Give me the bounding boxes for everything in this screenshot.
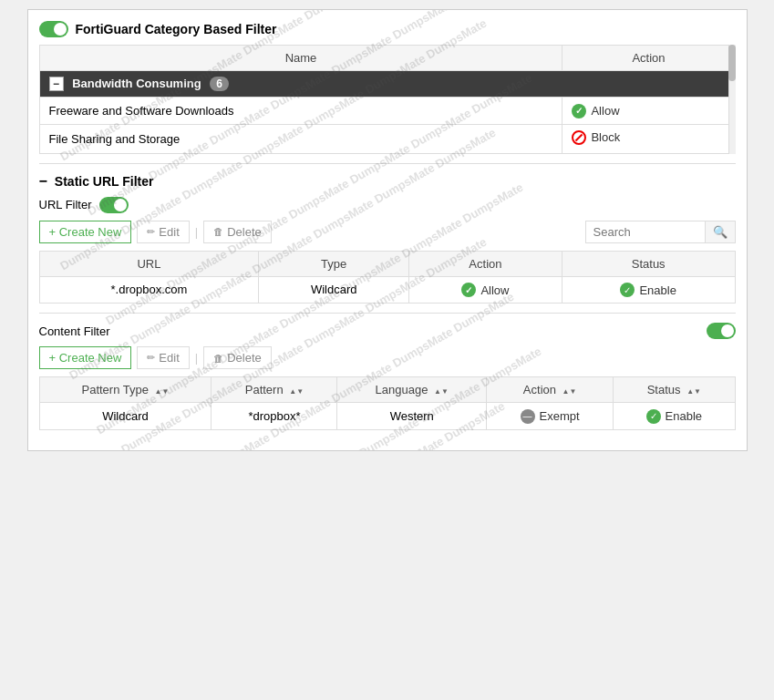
content-filter-toolbar: + Create New ✏ Edit | 🗑 Delete: [39, 346, 736, 369]
content-edit-button[interactable]: ✏ Edit: [137, 346, 189, 369]
content-create-new-button[interactable]: + Create New: [39, 346, 132, 369]
create-new-button[interactable]: + Create New: [39, 221, 132, 243]
cf-enable-icon: ✓: [646, 409, 661, 424]
search-box: 🔍: [585, 221, 736, 243]
delete-button[interactable]: 🗑 Delete: [203, 221, 272, 243]
cf-language: Western: [337, 403, 487, 430]
url-col-action: Action: [408, 251, 562, 276]
url-col-url: URL: [39, 251, 259, 276]
content-filter-toggle[interactable]: [707, 323, 736, 339]
col-action: Action: [562, 46, 735, 71]
sort-icon-language[interactable]: ▲▼: [434, 388, 449, 396]
static-url-title: Static URL Filter: [55, 174, 154, 189]
url-filter-row: URL Filter: [39, 197, 736, 213]
block-circle: [572, 130, 586, 145]
sort-icon-pattern-type[interactable]: ▲▼: [155, 388, 170, 396]
cf-enable-status: ✓ Enable: [646, 409, 702, 424]
static-url-collapse-icon[interactable]: −: [39, 173, 47, 190]
toolbar-divider-1: |: [195, 225, 198, 239]
scrollbar-thumb[interactable]: [728, 45, 736, 81]
edit-button[interactable]: ✏ Edit: [137, 221, 189, 243]
content-delete-icon: 🗑: [213, 353, 223, 364]
allow-checkmark: ✓: [572, 104, 586, 118]
scrollbar-track[interactable]: [728, 45, 736, 154]
content-delete-label: Delete: [227, 351, 262, 365]
action-allow-icon: ✓ Allow: [572, 104, 619, 118]
table-row[interactable]: Wildcard *dropbox* Western — Exempt ✓ En…: [39, 403, 735, 430]
fortiguard-table: Name Action − Bandwidth Consuming 6 Free…: [39, 45, 736, 154]
url-status: ✓ Enable: [562, 276, 735, 304]
sort-icon-action[interactable]: ▲▼: [562, 388, 577, 396]
delete-trash-icon: 🗑: [213, 226, 223, 237]
row-name-freeware: Freeware and Software Downloads: [39, 98, 562, 125]
cf-col-status: Status ▲▼: [614, 377, 735, 403]
url-value: *.dropbox.com: [39, 276, 259, 304]
cf-col-action: Action ▲▼: [487, 377, 614, 403]
category-bandwidth[interactable]: − Bandwidth Consuming 6: [39, 71, 735, 98]
section-divider-1: [39, 163, 736, 164]
url-action-allow: ✓ Allow: [461, 283, 509, 297]
sort-icon-status[interactable]: ▲▼: [686, 388, 701, 396]
table-row[interactable]: *.dropbox.com Wildcard ✓ Allow ✓ Enable: [39, 276, 735, 304]
cf-action-exempt: — Exempt: [521, 409, 580, 424]
edit-pencil-icon: ✏: [147, 226, 155, 238]
url-action: ✓ Allow: [408, 276, 562, 304]
content-toolbar-divider: |: [195, 351, 198, 365]
cf-pattern-type: Wildcard: [39, 403, 212, 430]
edit-label: Edit: [159, 225, 179, 239]
url-filter-toggle[interactable]: [99, 197, 129, 213]
cf-pattern: *dropbox*: [212, 403, 337, 430]
section-divider-2: [39, 313, 736, 314]
url-filter-toolbar: + Create New ✏ Edit | 🗑 Delete 🔍: [39, 221, 736, 243]
content-filter-table: Pattern Type ▲▼ Pattern ▲▼ Language ▲▼ A…: [39, 376, 736, 430]
col-name: Name: [39, 46, 562, 71]
search-button[interactable]: 🔍: [705, 221, 735, 242]
url-col-status: Status: [562, 251, 735, 276]
category-bandwidth-label: Bandwidth Consuming: [72, 77, 201, 90]
url-filter-table: URL Type Action Status *.dropbox.com Wil…: [39, 251, 736, 304]
category-bandwidth-cell: − Bandwidth Consuming 6: [39, 71, 735, 98]
content-filter-header-row: Content Filter: [39, 323, 736, 339]
row-action-freeware: ✓ Allow: [562, 98, 735, 125]
url-col-type: Type: [259, 251, 409, 276]
cf-col-language: Language ▲▼: [337, 377, 487, 403]
content-delete-button[interactable]: 🗑 Delete: [203, 346, 272, 369]
content-create-new-label: + Create New: [49, 351, 122, 365]
collapse-icon: −: [49, 77, 64, 91]
create-new-label: + Create New: [49, 225, 122, 239]
cf-col-pattern-type: Pattern Type ▲▼: [39, 377, 212, 403]
search-input[interactable]: [586, 221, 705, 242]
cf-status: ✓ Enable: [614, 403, 735, 430]
fortiguard-title: FortiGuard Category Based Filter: [76, 22, 277, 36]
content-filter-title: Content Filter: [39, 324, 110, 338]
action-block-icon: Block: [572, 130, 620, 145]
url-allow-icon: ✓: [461, 283, 476, 297]
row-name-filesharing: File Sharing and Storage: [39, 124, 562, 153]
fortiguard-section-header: FortiGuard Category Based Filter: [39, 21, 736, 37]
cf-action: — Exempt: [487, 403, 614, 430]
content-edit-label: Edit: [159, 351, 179, 365]
row-action-filesharing: Block: [562, 124, 735, 153]
exempt-icon: —: [521, 409, 535, 424]
fortiguard-toggle[interactable]: [39, 21, 68, 37]
content-edit-pencil-icon: ✏: [147, 352, 155, 364]
fortiguard-table-wrapper: Name Action − Bandwidth Consuming 6 Free…: [39, 45, 736, 154]
url-enable-status: ✓ Enable: [620, 283, 676, 297]
table-row[interactable]: File Sharing and Storage Block: [39, 124, 735, 153]
delete-label: Delete: [227, 225, 262, 239]
url-type: Wildcard: [259, 276, 409, 304]
table-row[interactable]: Freeware and Software Downloads ✓ Allow: [39, 98, 735, 125]
main-container: DumpsMate DumpsMate DumpsMate DumpsMate …: [27, 9, 748, 451]
category-badge: 6: [210, 77, 229, 91]
url-enable-icon: ✓: [620, 283, 635, 297]
sort-icon-pattern[interactable]: ▲▼: [289, 388, 304, 396]
url-filter-label: URL Filter: [39, 198, 92, 211]
static-url-section-header: − Static URL Filter: [39, 173, 736, 190]
cf-col-pattern: Pattern ▲▼: [212, 377, 337, 403]
